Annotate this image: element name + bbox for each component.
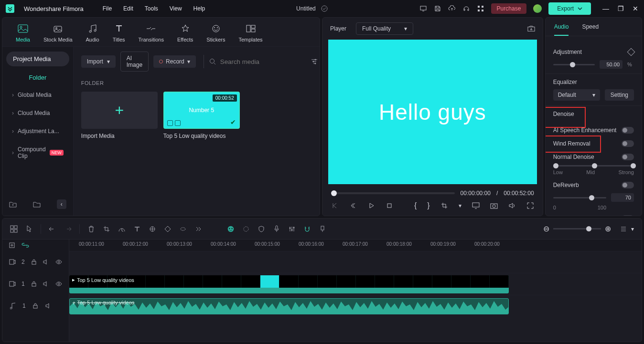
headphones-icon[interactable]	[462, 5, 470, 12]
mute-icon[interactable]	[45, 302, 53, 310]
track-v1[interactable]: ▸Top 5 Low quality videos	[69, 273, 642, 295]
equalizer-setting-button[interactable]: Setting	[605, 89, 634, 101]
adjustment-slider[interactable]	[553, 64, 595, 65]
mark-out-icon[interactable]: }	[427, 201, 429, 210]
dereverb-toggle[interactable]	[622, 182, 634, 188]
lock-icon[interactable]	[32, 302, 39, 310]
filter-icon[interactable]	[311, 58, 318, 65]
tab-audio[interactable]: Audio	[86, 23, 99, 42]
camera-icon[interactable]	[490, 202, 498, 209]
rtab-speed[interactable]: Speed	[582, 23, 599, 36]
color-tool-icon[interactable]	[149, 225, 156, 233]
chevron-down-icon[interactable]: ▾	[631, 226, 634, 232]
chevron-down-icon[interactable]: ▾	[459, 202, 462, 209]
marker-icon[interactable]	[319, 225, 326, 233]
sidebar-item-global[interactable]: ›Global Media	[6, 87, 69, 103]
denoise-level-slider[interactable]	[553, 165, 634, 167]
more-tools-icon[interactable]	[194, 225, 202, 233]
eye-icon[interactable]	[55, 280, 62, 288]
ai-robot-icon[interactable]	[227, 225, 235, 233]
ai-speech-toggle[interactable]	[622, 127, 634, 134]
tl-effect-icon[interactable]	[242, 225, 250, 233]
zoom-out-icon[interactable]: ⊖	[543, 224, 549, 233]
window-maximize[interactable]: ❐	[618, 5, 624, 12]
sidebar-collapse[interactable]: ‹	[57, 199, 66, 209]
mixer-icon[interactable]	[288, 225, 296, 233]
snapshot-icon[interactable]	[527, 25, 535, 32]
menu-tools[interactable]: Tools	[145, 5, 158, 12]
stop-icon[interactable]	[386, 202, 393, 209]
mute-icon[interactable]	[43, 258, 50, 266]
track-header-a1[interactable]: 1	[2, 295, 69, 317]
window-close[interactable]: ✕	[633, 5, 638, 12]
dereverb-value[interactable]: 70	[611, 193, 634, 202]
tab-effects[interactable]: Effects	[177, 23, 193, 42]
preview-canvas[interactable]: Hello guys	[328, 40, 537, 184]
track-a1[interactable]: ♪Top 5 Low quality videos	[69, 295, 642, 317]
mute-icon[interactable]	[43, 280, 50, 288]
delete-icon[interactable]	[87, 225, 95, 233]
lock-icon[interactable]	[31, 258, 37, 266]
tl-shield-icon[interactable]	[258, 225, 265, 233]
search-input[interactable]	[220, 58, 301, 65]
zoom-in-icon[interactable]: ⊕	[605, 224, 611, 233]
export-button[interactable]: Export	[548, 2, 591, 15]
add-track-icon[interactable]	[8, 241, 16, 249]
save-icon[interactable]	[434, 5, 441, 12]
tab-stock[interactable]: Stock Media	[43, 23, 73, 42]
timeline-ruler[interactable]: 00:00:11:0000:00:12:0000:00:13:0000:00:1…	[69, 240, 642, 251]
window-minimize[interactable]: —	[602, 5, 609, 12]
new-folder-icon[interactable]	[9, 200, 17, 208]
sidebar-item-cloud[interactable]: ›Cloud Media	[6, 105, 69, 121]
track-header-v2[interactable]: 2	[2, 251, 69, 273]
undo-icon[interactable]	[49, 225, 56, 233]
video-clip[interactable]: ▸Top 5 Low quality videos	[69, 275, 509, 293]
tab-titles[interactable]: Titles	[113, 23, 125, 42]
import-dropdown[interactable]: Import▾	[81, 55, 116, 68]
keyframe-tool-icon[interactable]	[164, 225, 172, 233]
record-dropdown[interactable]: Record▾	[153, 55, 196, 68]
sidebar-project-media[interactable]: Project Media	[6, 52, 69, 66]
lock-icon[interactable]	[31, 280, 37, 288]
device-icon[interactable]	[419, 5, 427, 12]
sidebar-item-adjustment[interactable]: ›Adjustment La...	[6, 123, 69, 139]
menu-help[interactable]: Help	[193, 5, 205, 12]
mark-in-icon[interactable]: {	[414, 201, 417, 210]
play-icon[interactable]	[367, 202, 375, 209]
speed-tool-icon[interactable]	[118, 225, 126, 233]
crop-tool-icon[interactable]	[103, 225, 110, 233]
apps-icon[interactable]	[477, 5, 484, 12]
track-header-v1[interactable]: 1	[2, 273, 69, 295]
volume-icon[interactable]	[508, 202, 516, 209]
user-avatar[interactable]	[533, 4, 542, 13]
eye-icon[interactable]	[55, 258, 62, 266]
rtab-audio[interactable]: Audio	[554, 23, 569, 36]
keyframe-diamond-icon[interactable]	[627, 48, 635, 56]
menu-view[interactable]: View	[170, 5, 182, 12]
mic-icon[interactable]	[273, 225, 280, 233]
wind-removal-toggle[interactable]	[622, 140, 634, 147]
normal-denoise-toggle[interactable]	[622, 154, 634, 160]
menu-file[interactable]: File	[103, 5, 112, 12]
audio-clip[interactable]: ♪Top 5 Low quality videos	[69, 298, 509, 314]
dereverb-slider[interactable]	[553, 197, 606, 198]
menu-edit[interactable]: Edit	[123, 5, 133, 12]
folder-icon[interactable]	[33, 200, 41, 208]
import-card[interactable]: + Import Media	[81, 92, 158, 139]
redo-icon[interactable]	[64, 225, 72, 233]
tl-layout-icon[interactable]	[10, 225, 18, 233]
magnetic-icon[interactable]	[303, 225, 311, 233]
display-icon[interactable]	[472, 202, 480, 209]
media-clip-card[interactable]: 00:00:52 Number 5 ✔ Top 5 Low quality vi…	[163, 92, 240, 139]
scrub-head[interactable]	[331, 190, 337, 196]
prev-clip-icon[interactable]	[331, 202, 339, 209]
mask-tool-icon[interactable]	[179, 225, 187, 233]
cloud-upload-icon[interactable]	[448, 5, 456, 12]
track-v2[interactable]	[69, 251, 642, 273]
equalizer-preset-select[interactable]: Default▾	[553, 89, 600, 101]
text-tool-icon[interactable]	[133, 225, 141, 233]
tab-stickers[interactable]: Stickers	[206, 23, 225, 42]
scrub-bar[interactable]	[331, 192, 455, 194]
link-icon[interactable]	[21, 241, 29, 249]
fullscreen-icon[interactable]	[526, 202, 534, 209]
